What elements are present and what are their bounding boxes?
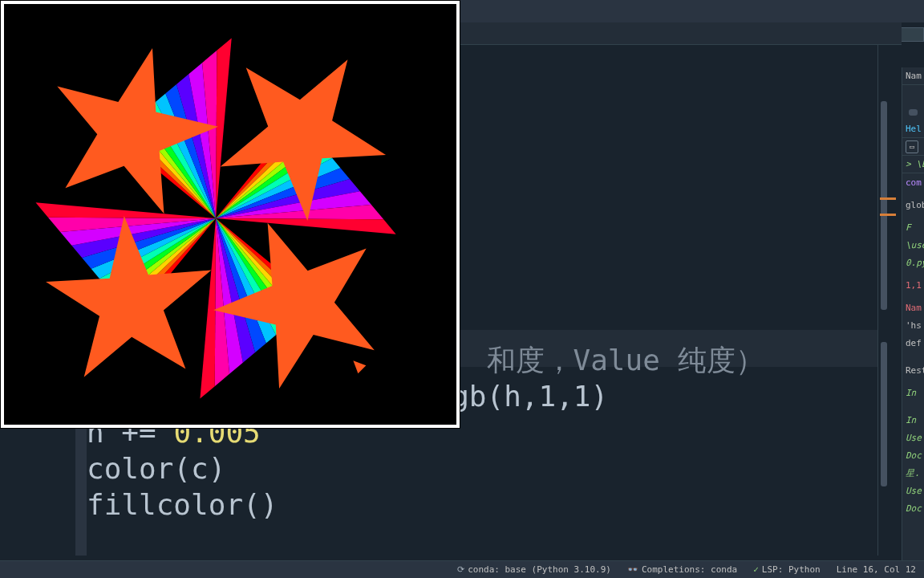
minimap-thumb[interactable] — [881, 342, 887, 486]
console-line: 1,1 — [902, 276, 924, 294]
console-line: Use — [902, 429, 924, 446]
code-line-fillcolor: fillcolor() — [87, 488, 278, 521]
console-prompt[interactable]: In — [902, 411, 924, 429]
code-line-color: color(c) — [87, 452, 225, 485]
right-panel: Nam Hel ▭ > \L com glob F \use 0.py 1,1 … — [902, 67, 924, 578]
console-line: 0.py — [902, 254, 924, 271]
console-line: glob — [902, 196, 924, 214]
console-prompt[interactable]: In — [902, 384, 924, 401]
console-error-line: Nam — [902, 299, 924, 316]
console-line: def — [902, 334, 924, 352]
console-line: 'hs — [902, 316, 924, 334]
status-completions[interactable]: 👓Completions: conda — [619, 564, 745, 575]
loop-icon: ⟳ — [457, 564, 464, 575]
tab-help[interactable]: Hel — [902, 120, 924, 138]
status-bar: ⟳conda: base (Python 3.10.9) 👓Completion… — [0, 560, 924, 578]
console-line: 星. — [902, 464, 924, 482]
minimap-mark — [880, 214, 896, 216]
glasses-icon: 👓 — [627, 564, 638, 575]
folder-icon: ▭ — [906, 140, 918, 153]
minimap-mark — [880, 197, 896, 200]
turtle-canvas — [4, 4, 456, 425]
status-cursor[interactable]: Line 16, Col 12 — [829, 564, 924, 575]
right-panel-header[interactable]: Nam — [902, 67, 924, 85]
status-lsp[interactable]: ✓LSP: Python — [745, 564, 828, 575]
minimap-thumb[interactable] — [881, 101, 887, 310]
status-interpreter[interactable]: ⟳conda: base (Python 3.10.9) — [449, 564, 619, 575]
svg-marker-13 — [353, 360, 366, 373]
console-line: com — [902, 173, 924, 191]
tab-files[interactable]: ▭ — [902, 138, 924, 156]
turtle-drawing — [4, 4, 456, 425]
right-panel-thumb-row — [902, 104, 924, 120]
console-line: Use — [902, 482, 924, 499]
console-line: Doc — [902, 446, 924, 464]
minimap[interactable] — [877, 45, 897, 556]
console-line: > \L — [902, 156, 924, 173]
console-line: Doc — [902, 499, 924, 517]
console-line: F — [902, 218, 924, 236]
turtle-graphics-window[interactable] — [0, 0, 460, 429]
check-icon: ✓ — [753, 564, 759, 575]
scrollbar-thumb[interactable] — [909, 109, 918, 116]
console-line: Rest — [902, 361, 924, 379]
console-line: \use — [902, 236, 924, 254]
